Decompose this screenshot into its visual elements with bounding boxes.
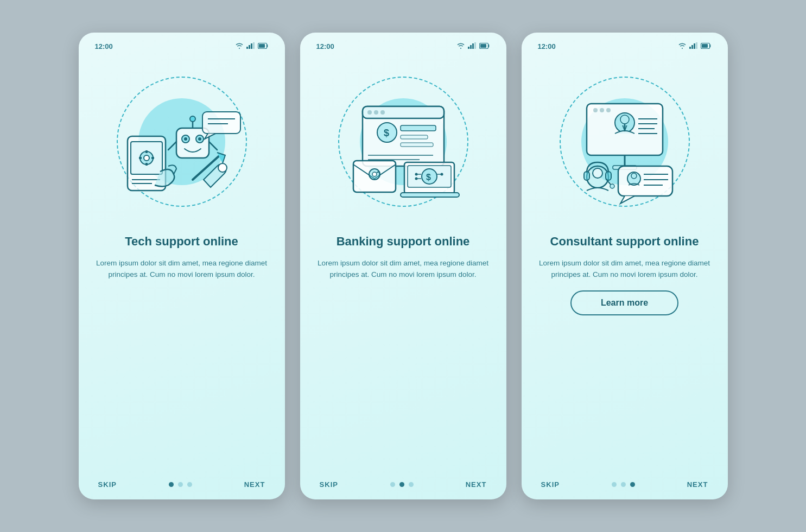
banking-support-illustration: $ $ [333,71,474,212]
dot-2-3 [409,482,414,487]
dot-1-3 [187,482,192,487]
dots-3 [612,482,635,487]
status-icons-1 [235,42,269,50]
time-2: 12:00 [316,42,334,50]
signal-icon-2 [468,42,477,50]
next-button-1[interactable]: NEXT [244,480,265,489]
svg-rect-43 [401,125,436,131]
screen-2: 12:00 [300,33,506,499]
svg-point-60 [415,178,417,180]
battery-icon-2 [479,43,490,50]
signal-icon-3 [689,42,698,50]
dot-3-3 [630,482,635,487]
svg-text:$: $ [426,173,431,182]
svg-point-71 [606,108,611,112]
dot-3-1 [612,482,617,487]
svg-point-89 [631,173,637,179]
desc-1: Lorem ipsum dolor sit dim amet, mea regi… [94,257,270,281]
svg-rect-83 [584,172,589,180]
svg-point-20 [198,137,201,141]
screen-3: 12:00 [522,33,728,499]
dot-1-2 [178,482,183,487]
svg-rect-1 [249,45,250,49]
svg-point-70 [600,108,604,112]
svg-rect-11 [145,163,148,166]
svg-rect-12 [139,157,142,159]
screens-container: 12:00 [79,33,728,499]
title-1: Tech support online [125,234,238,250]
bottom-nav-1: SKIP NEXT [94,480,270,489]
next-button-3[interactable]: NEXT [687,480,708,489]
svg-point-82 [593,168,602,178]
time-3: 12:00 [538,42,556,50]
time-1: 12:00 [95,42,113,50]
skip-button-2[interactable]: SKIP [320,480,339,489]
status-bar-2: 12:00 [315,42,491,50]
wifi-icon-1 [235,42,244,50]
svg-rect-62 [689,47,691,49]
dot-3-2 [621,482,626,487]
svg-point-86 [610,184,614,188]
svg-rect-30 [468,47,469,49]
svg-point-38 [367,110,372,115]
next-button-2[interactable]: NEXT [466,480,487,489]
svg-point-59 [415,173,417,176]
wifi-icon-3 [678,42,687,50]
title-2: Banking support online [337,234,470,250]
learn-more-button[interactable]: Learn more [570,290,678,315]
svg-rect-67 [702,44,708,48]
screen-1: 12:00 [79,33,285,499]
illustration-area-1 [94,55,270,229]
status-icons-2 [456,42,490,50]
svg-point-73 [620,115,629,124]
svg-line-23 [168,142,176,150]
illustration-area-3 [537,55,713,229]
svg-rect-44 [401,135,428,139]
signal-icon-1 [246,42,255,50]
svg-rect-33 [474,42,476,49]
svg-text:$: $ [384,128,389,138]
dot-1-1 [169,482,174,487]
svg-rect-31 [470,45,472,49]
svg-point-28 [218,163,227,172]
svg-rect-25 [202,112,240,134]
svg-rect-87 [618,166,672,196]
status-bar-3: 12:00 [537,42,713,50]
status-bar-1: 12:00 [94,42,270,50]
dot-2-2 [399,482,404,487]
desc-2: Lorem ipsum dolor sit dim amet, mea regi… [315,257,491,281]
consultant-support-illustration [554,71,695,212]
svg-point-61 [440,173,443,176]
svg-point-18 [184,137,187,141]
svg-rect-64 [694,43,695,49]
svg-rect-13 [151,157,154,159]
svg-point-50 [372,172,377,176]
svg-point-22 [190,116,195,122]
skip-button-3[interactable]: SKIP [541,480,560,489]
desc-3: Lorem ipsum dolor sit dim amet, mea regi… [537,257,713,281]
svg-rect-63 [691,45,693,49]
dot-2-1 [390,482,395,487]
wifi-icon-2 [456,42,465,50]
illustration-area-2: $ $ [315,55,491,229]
svg-rect-3 [253,42,255,49]
title-3: Consultant support online [550,234,699,250]
svg-point-40 [380,110,385,115]
bottom-nav-3: SKIP NEXT [537,480,713,489]
svg-rect-10 [145,150,148,153]
svg-rect-2 [251,43,252,49]
svg-rect-32 [472,43,474,49]
dots-1 [169,482,192,487]
svg-point-39 [374,110,378,115]
svg-rect-0 [246,47,248,49]
battery-icon-1 [258,43,269,50]
status-icons-3 [678,42,712,50]
svg-rect-5 [259,44,265,48]
skip-button-1[interactable]: SKIP [98,480,117,489]
bottom-nav-2: SKIP NEXT [315,480,491,489]
svg-point-9 [144,155,149,161]
dots-2 [390,482,414,487]
svg-line-24 [209,142,217,150]
svg-rect-65 [696,42,697,49]
battery-icon-3 [701,43,712,50]
